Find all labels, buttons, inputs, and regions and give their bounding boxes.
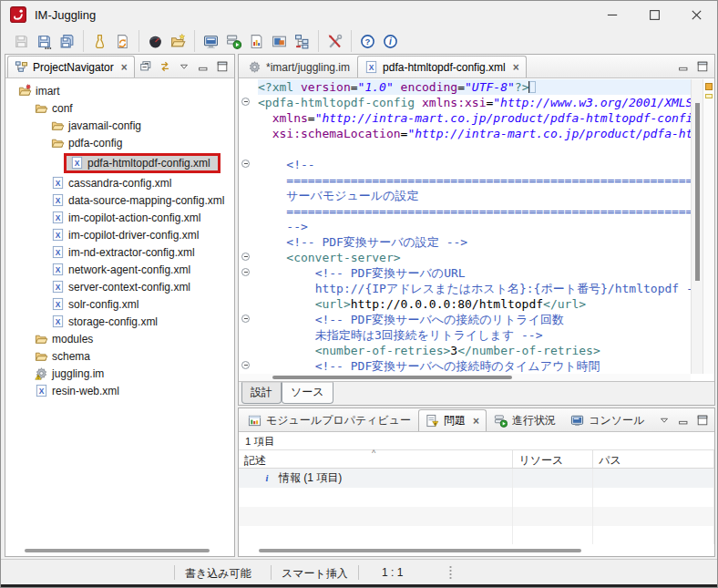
code-line[interactable]: <!-- PDF変換サーバのURL xyxy=(239,265,691,281)
fold-collapse-icon[interactable] xyxy=(241,268,250,276)
view-tab[interactable]: モジュールプロパティビュー xyxy=(241,409,418,431)
code-line[interactable]: <!-- PDF変換サーバへの接続時のタイムアウト時間 xyxy=(239,358,691,374)
image-button[interactable] xyxy=(268,30,291,52)
tree-item-im-copilot-driver-config.xml[interactable]: Xim-copilot-driver-config.xml xyxy=(5,226,233,243)
scrollbar-thumb[interactable] xyxy=(272,376,512,379)
tree-item-javamail-config[interactable]: javamail-config xyxy=(5,117,233,134)
annotation-marker[interactable] xyxy=(705,94,713,98)
tools-button[interactable] xyxy=(323,30,346,52)
view-tab[interactable]: 問題× xyxy=(418,409,487,431)
close-icon[interactable]: × xyxy=(121,61,128,74)
code-line[interactable]: サーバモジュールの設定 xyxy=(239,188,691,203)
code-line[interactable]: <convert-server> xyxy=(239,250,691,265)
editor-tab[interactable]: Xpdfa-htmltopdf-config.xml× xyxy=(357,56,527,77)
code-line[interactable]: <!-- PDF変換サーバの設定 --> xyxy=(239,234,691,250)
tab-project-navigator[interactable]: ProjectNavigator × xyxy=(7,56,135,77)
code-line[interactable]: ========================================… xyxy=(239,203,691,219)
tree-item-modules[interactable]: modules xyxy=(5,330,233,347)
server-start-button[interactable] xyxy=(222,30,245,52)
tree-item-solr-config.xml[interactable]: Xsolr-config.xml xyxy=(5,295,233,313)
horizontal-scrollbar[interactable] xyxy=(239,546,714,554)
info-button[interactable]: i xyxy=(379,30,402,52)
code-line[interactable]: http://{IPアドレスまたはホスト名}:{ポート番号}/htmltopdf… xyxy=(239,281,691,296)
code-line[interactable]: <number-of-retries>3</number-of-retries> xyxy=(239,343,691,358)
horizontal-scrollbar[interactable] xyxy=(239,374,691,381)
help-button[interactable]: ? xyxy=(356,30,379,52)
table-row[interactable]: i情報 (1 項目) xyxy=(239,469,714,488)
tree-item-pdfa-config[interactable]: pdfa-config xyxy=(5,134,233,151)
tree-item-im-nd-extractor-config.xml[interactable]: Xim-nd-extractor-config.xml xyxy=(5,243,233,261)
code-line[interactable]: xsi:schemaLocation="http://intra-mart.co… xyxy=(239,126,691,141)
close-button[interactable] xyxy=(675,1,717,28)
tree-item-storage-config.xml[interactable]: Xstorage-config.xml xyxy=(5,313,233,330)
minimize-button[interactable] xyxy=(591,1,633,28)
tree-item-cassandra-config.xml[interactable]: Xcassandra-config.xml xyxy=(5,174,233,191)
tree-item-schema[interactable]: schema xyxy=(5,347,233,365)
tree-item-data-source-mapping-config.xml[interactable]: Xdata-source-mapping-config.xml xyxy=(5,191,233,209)
minimize-view-button[interactable] xyxy=(194,57,212,76)
code-line[interactable] xyxy=(239,141,691,157)
code-line[interactable]: ========================================… xyxy=(239,172,691,188)
minimize-view-button[interactable] xyxy=(674,411,692,429)
code-line[interactable]: <!-- xyxy=(239,157,691,172)
code-line[interactable]: <?xml version="1.0" encoding="UTF-8"?> xyxy=(239,79,691,95)
horizontal-scrollbar[interactable] xyxy=(5,546,234,554)
tree-item-pdfa-htmltopdf-config.xml[interactable]: Xpdfa-htmltopdf-config.xml xyxy=(5,151,233,174)
minimize-view-button[interactable] xyxy=(674,57,692,76)
code-line[interactable]: --> xyxy=(239,219,691,234)
xml-source-editor[interactable]: <?xml version="1.0" encoding="UTF-8"?><p… xyxy=(239,79,691,374)
tree-item-im-copilot-action-config.xml[interactable]: Xim-copilot-action-config.xml xyxy=(5,209,233,226)
fold-collapse-icon[interactable] xyxy=(241,315,250,323)
tree-item-resin-web.xml[interactable]: Xresin-web.xml xyxy=(5,382,233,399)
page-tab[interactable]: 設計 xyxy=(241,382,282,404)
file-refresh-button[interactable] xyxy=(111,30,134,52)
tree-item-juggling.im[interactable]: juggling.im xyxy=(5,365,233,382)
link-with-editor-button[interactable] xyxy=(156,57,174,76)
maximize-view-button[interactable] xyxy=(693,411,712,429)
overview-ruler[interactable] xyxy=(703,79,714,374)
editor-tab[interactable]: *imart/juggling.im xyxy=(241,56,357,77)
collapse-all-button[interactable] xyxy=(137,57,155,76)
code-line[interactable]: 未指定時は3回接続をリトライします --> xyxy=(239,327,691,343)
save-button[interactable] xyxy=(10,30,33,52)
tree-item-conf[interactable]: conf xyxy=(5,99,233,117)
column-header-1[interactable]: 記述 xyxy=(239,450,513,468)
maximize-view-button[interactable] xyxy=(693,57,712,76)
code-line[interactable]: <pdfa-htmltopdf-config xmlns:xsi="http:/… xyxy=(239,95,691,110)
project-tree[interactable]: imartconfjavamail-configpdfa-configXpdfa… xyxy=(5,79,233,544)
tree-item-network-agent-config.xml[interactable]: Xnetwork-agent-config.xml xyxy=(5,261,233,278)
column-header-2[interactable]: リソース xyxy=(513,450,593,468)
vertical-scrollbar[interactable] xyxy=(691,79,703,374)
scrollbar-thumb[interactable] xyxy=(695,103,700,281)
save-all-button[interactable] xyxy=(56,30,78,52)
juggling-pin-button[interactable] xyxy=(88,30,111,52)
code-line[interactable]: <!-- PDF変換サーバへの接続のリトライ回数 xyxy=(239,312,691,327)
open-folder-new-button[interactable] xyxy=(167,30,190,52)
tree-item-imart[interactable]: imart xyxy=(5,82,233,99)
close-icon[interactable]: × xyxy=(473,415,479,428)
view-tab[interactable]: コンソール xyxy=(563,409,651,431)
scrollbar-thumb[interactable] xyxy=(25,549,210,552)
view-menu-button[interactable] xyxy=(175,57,193,76)
monitor-button[interactable] xyxy=(200,30,222,52)
fold-collapse-icon[interactable] xyxy=(241,98,250,106)
gauge-ball-button[interactable] xyxy=(144,30,167,52)
close-icon[interactable]: × xyxy=(513,61,519,74)
code-line[interactable]: <url>http://0.0.0.0:80/htmltopdf</url> xyxy=(239,296,691,312)
code-line[interactable]: xmlns="http://intra-mart.co.jp/product/p… xyxy=(239,110,691,126)
report-button[interactable] xyxy=(245,30,268,52)
view-menu-button[interactable] xyxy=(655,411,673,429)
maximize-button[interactable] xyxy=(633,1,675,28)
save-as-button[interactable] xyxy=(33,30,56,52)
view-tab[interactable]: 進行状況 xyxy=(487,409,563,431)
status-drag-handle[interactable] xyxy=(449,565,452,580)
fold-collapse-icon[interactable] xyxy=(241,361,250,369)
fold-collapse-icon[interactable] xyxy=(241,253,250,261)
page-tab[interactable]: ソース xyxy=(282,382,333,404)
tree-item-server-context-config.xml[interactable]: Xserver-context-config.xml xyxy=(5,278,233,295)
column-header-3[interactable]: パス xyxy=(593,450,714,468)
annotation-marker[interactable] xyxy=(705,83,713,90)
tree-minus-button[interactable] xyxy=(291,30,313,52)
scrollbar-thumb[interactable] xyxy=(259,549,581,552)
table-header[interactable]: 記述リソースパス^ xyxy=(239,449,714,469)
